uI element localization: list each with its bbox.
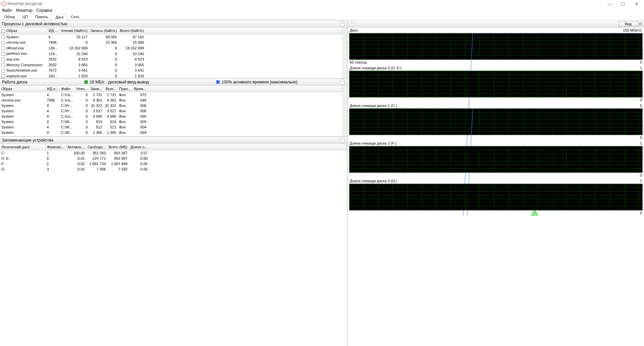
table-row[interactable]: perfmon.exe 124...10 240010 240	[0, 51, 342, 56]
menu-help[interactable]: Справка	[36, 8, 52, 13]
table-row[interactable]: System4C:\W...01 3651 365Фон504	[0, 130, 342, 135]
tab-disk[interactable]: Диск	[52, 14, 67, 20]
processes-title: Процессы с дисковой активностью	[2, 22, 67, 26]
processes-table: Образ ИД ... Чтение (байт/с) Запись (бай…	[0, 28, 342, 78]
chart-canvas	[349, 184, 643, 210]
table-row[interactable]: System4C:\Pr...031 32231 322Фон506	[0, 103, 342, 108]
storage-table: Логический диск Физичес... Активно... Св…	[0, 144, 347, 172]
collapse-icon[interactable]: ⌃	[340, 79, 345, 85]
col-file[interactable]: Файл	[60, 86, 75, 92]
active-label: 100% активного времени (максимально)	[222, 80, 298, 84]
close-button[interactable]: ✕	[633, 1, 641, 6]
table-row[interactable]: SearchIndexer.exe 76723 64103 641	[0, 68, 342, 73]
chart-title: Диск	[350, 28, 358, 32]
view-button[interactable]: Вид	[618, 21, 638, 27]
table-row[interactable]: C:1100.00352 283953 3673.57	[0, 150, 347, 156]
table-row[interactable]: System4C:\W...0512512Фон504	[0, 124, 342, 130]
table-row[interactable]: chrome.exe 7996015 36015 360	[0, 40, 342, 45]
app-icon	[1, 1, 6, 6]
activity-header[interactable]: Работа диска 18 МБ/с - дисковый ввод-выв…	[0, 78, 347, 86]
col-logical[interactable]: Логический диск	[0, 144, 45, 150]
table-row[interactable]: System4C:\Us...04 0964 096Фон505	[0, 114, 342, 119]
storage-title: Запоминающие устройства	[2, 138, 53, 143]
menubar: Файл Монитор Справка	[0, 7, 644, 13]
col-time[interactable]: Врем...	[132, 86, 148, 92]
col-queue[interactable]: Длина о...	[129, 144, 149, 150]
row-checkbox[interactable]	[1, 63, 5, 67]
col-total[interactable]: Всег...	[104, 86, 118, 92]
row-checkbox[interactable]	[1, 74, 5, 78]
tab-overview[interactable]: Обзор	[1, 13, 19, 20]
expand-icon[interactable]: ›	[349, 21, 354, 27]
table-row[interactable]: G:30.027 3667 5920.00	[0, 166, 347, 172]
menu-monitor[interactable]: Монитор	[16, 8, 33, 13]
col-read[interactable]: Чтение (байт/с)	[60, 28, 89, 34]
tabbar: Обзор ЦП Память Диск Сеть	[0, 13, 644, 20]
maximize-button[interactable]: ☐	[619, 1, 627, 6]
right-pane: › Вид ▾ Диск 100 Мбит/с 60 секунд 0 Длин…	[347, 20, 644, 346]
table-row[interactable]: System4C:\Pr...03 5273 527Фон506	[0, 108, 342, 114]
table-row[interactable]: System4C:\W...0819819Фон505	[0, 119, 342, 124]
table-row[interactable]: F:20.021 681 7331 907 4940.00	[0, 161, 347, 166]
collapse-icon[interactable]: ⌃	[340, 138, 345, 143]
col-free[interactable]: Свободн...	[86, 144, 107, 150]
tab-cpu[interactable]: ЦП	[19, 13, 32, 20]
view-dropdown-icon[interactable]: ▾	[638, 22, 643, 26]
col-image[interactable]: Образ	[0, 28, 47, 34]
chart: Длина очереди диска 1 (C:) 5 0	[349, 103, 643, 141]
col-active[interactable]: Активно...	[66, 144, 86, 150]
row-checkbox[interactable]	[1, 52, 5, 56]
col-physical[interactable]: Физичес...	[45, 144, 66, 150]
chart-scale: 100 Мбит/с	[623, 28, 642, 32]
table-row[interactable]: Memory Compression 29323 85503 855	[0, 62, 342, 68]
table-row[interactable]: System4C:\W...01 3651 365Фон504	[0, 135, 342, 136]
left-pane: Процессы с дисковой активностью ⌃ Образ …	[0, 20, 347, 346]
row-checkbox[interactable]	[1, 69, 5, 73]
col-read[interactable]: Чтен...	[75, 86, 89, 92]
scrollbar[interactable]	[342, 86, 347, 136]
collapse-icon[interactable]: ⌃	[340, 21, 345, 27]
minimize-button[interactable]: —	[606, 1, 614, 6]
table-row[interactable]: explorer.exe 160...1 82001 820	[0, 73, 342, 78]
charts-toolbar: › Вид ▾	[348, 20, 644, 28]
chart: Длина очереди диска 3 (G:) 1 0	[349, 178, 643, 216]
activity-section: Работа диска 18 МБ/с - дисковый ввод-выв…	[0, 78, 347, 137]
row-checkbox[interactable]	[1, 41, 5, 45]
tab-network[interactable]: Сеть	[67, 13, 83, 20]
processes-header[interactable]: Процессы с дисковой активностью ⌃	[0, 20, 347, 28]
col-write[interactable]: Запи...	[89, 86, 104, 92]
chart-canvas	[349, 108, 643, 135]
storage-header[interactable]: Запоминающие устройства ⌃	[0, 137, 347, 144]
table-row[interactable]: dllhost.exe 136...18 262 699018 262 699	[0, 45, 342, 51]
col-pid[interactable]: ИД ...	[47, 28, 60, 34]
chart: Длина очереди диска 2 (F:) 1 0	[349, 141, 643, 178]
activity-table: Образ ИД п... Файл Чтен... Запи... Всег.…	[0, 86, 342, 136]
menu-file[interactable]: Файл	[2, 8, 12, 13]
storage-section: Запоминающие устройства ⌃ Логический дис…	[0, 137, 347, 346]
col-total[interactable]: Всего (МБ)	[107, 144, 129, 150]
charts-container: Диск 100 Мбит/с 60 секунд 0 Длина очеред…	[348, 28, 644, 216]
chart-canvas	[349, 33, 643, 60]
col-total[interactable]: Всего (байт/с)	[118, 28, 145, 34]
row-checkbox[interactable]	[1, 35, 5, 39]
table-row[interactable]: System 429 12758 05587 182	[0, 34, 342, 40]
table-row[interactable]: System4C:\Us...02 7312 731Фон672	[0, 92, 342, 98]
row-checkbox[interactable]	[1, 46, 5, 50]
table-row[interactable]: chrome.exe7996C:\Us...09 3629 362Фон548	[0, 98, 342, 103]
processes-section: Процессы с дисковой активностью ⌃ Образ …	[0, 20, 347, 78]
activity-title: Работа диска	[2, 80, 27, 84]
io-label: 18 МБ/с - дисковый ввод-вывод	[90, 80, 149, 84]
col-image[interactable]: Образ	[0, 86, 45, 92]
chart-canvas	[349, 71, 643, 98]
tab-memory[interactable]: Память	[32, 13, 52, 20]
scrollbar[interactable]	[342, 28, 347, 78]
chart: Длина очереди диска 0 (D: E:) 1 0	[349, 65, 643, 103]
checkbox-all[interactable]	[1, 29, 5, 33]
table-row[interactable]: D: E:00.01129 771953 8670.00	[0, 156, 347, 161]
col-prio[interactable]: Прио...	[118, 86, 132, 92]
row-checkbox[interactable]	[1, 58, 5, 62]
col-write[interactable]: Запись (байт/с)	[89, 28, 118, 34]
io-indicator-icon	[84, 80, 88, 84]
table-row[interactable]: avp.exe 25324 52304 523	[0, 56, 342, 62]
col-pid[interactable]: ИД п...	[45, 86, 60, 92]
